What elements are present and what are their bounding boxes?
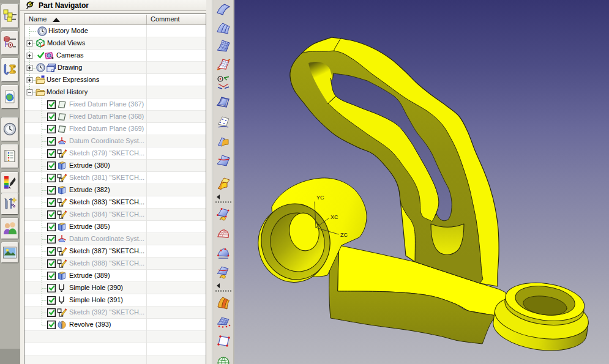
svg-text:XC: XC: [331, 214, 338, 220]
svg-text:ZC: ZC: [340, 232, 348, 238]
svg-text:YC: YC: [316, 195, 324, 201]
